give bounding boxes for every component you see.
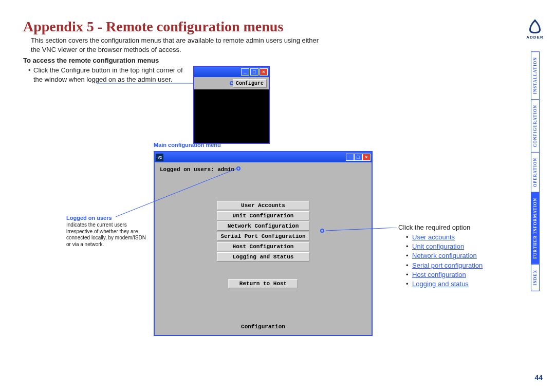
unit-configuration-button[interactable]: Unit Configuration: [217, 211, 309, 220]
adder-logo: ADDER: [526, 18, 544, 40]
page-title: Appendix 5 - Remote configuration menus: [23, 18, 283, 35]
access-instruction: • Click the Configure button in the top …: [33, 66, 188, 84]
link-serial-port-configuration[interactable]: Serial port configuration: [406, 261, 483, 270]
logged-on-users-text: Logged on users: admin: [160, 166, 234, 173]
sidebar-tab-further-information[interactable]: FURTHER INFORMATION: [531, 192, 540, 265]
link-network-configuration[interactable]: Network configuration: [406, 251, 483, 260]
minimize-icon[interactable]: _: [346, 154, 354, 161]
intro-text: This section covers the configuration me…: [31, 36, 319, 54]
remote-screen-area: [194, 89, 269, 143]
sidebar-tab-configuration[interactable]: CONFIGURATION: [531, 99, 540, 153]
sidebar-nav: INSTALLATION CONFIGURATION OPERATION FUR…: [531, 51, 542, 339]
option-link-list: User accounts Unit configuration Network…: [406, 233, 483, 289]
maximize-icon[interactable]: □: [354, 154, 362, 161]
close-icon[interactable]: ×: [260, 68, 268, 76]
maximize-icon[interactable]: □: [250, 68, 258, 76]
page-number: 44: [534, 374, 543, 382]
serial-port-configuration-button[interactable]: Serial Port Configuration: [217, 232, 309, 241]
adder-logo-text: ADDER: [526, 35, 544, 40]
link-logging-status[interactable]: Logging and status: [406, 279, 483, 289]
link-user-accounts[interactable]: User accounts: [406, 233, 483, 242]
link-host-configuration[interactable]: Host configuration: [406, 270, 483, 279]
logged-on-callout-heading: Logged on users: [66, 215, 112, 221]
link-unit-configuration[interactable]: Unit configuration: [406, 242, 483, 251]
small-titlebar: _ □ ×: [194, 67, 269, 77]
sidebar-tab-index[interactable]: INDEX: [531, 264, 540, 291]
click-option-lead: Click the required option: [398, 223, 470, 231]
host-configuration-button[interactable]: Host Configuration: [217, 242, 309, 251]
sidebar-tab-installation[interactable]: INSTALLATION: [531, 51, 540, 100]
access-heading: To access the remote configuration menus: [23, 57, 159, 64]
logged-on-callout-text: Indicates the current users irrespective…: [66, 222, 149, 248]
minimize-icon[interactable]: _: [241, 68, 249, 76]
svg-point-3: [534, 20, 536, 22]
close-icon[interactable]: ×: [362, 154, 371, 161]
callout-marker: [320, 229, 324, 233]
main-menu-caption: Main configuration menu: [154, 142, 221, 148]
vnc-icon: V2: [156, 154, 163, 161]
access-bullet-text: Click the Configure button in the top ri…: [33, 66, 183, 83]
configure-button[interactable]: Configure: [233, 79, 267, 88]
menu-button-stack: User Accounts Unit Configuration Network…: [212, 201, 314, 262]
small-vnc-window: _ □ × Configure: [193, 66, 270, 144]
return-to-host-button[interactable]: Return to Host: [229, 279, 298, 288]
sidebar-tab-operation[interactable]: OPERATION: [531, 152, 540, 193]
main-titlebar: V2 _ □ ×: [155, 152, 372, 162]
network-configuration-button[interactable]: Network Configuration: [217, 221, 309, 231]
callout-marker: [236, 166, 240, 171]
user-accounts-button[interactable]: User Accounts: [217, 201, 309, 210]
main-config-window: V2 _ □ × Logged on users: admin User Acc…: [154, 151, 373, 336]
logging-status-button[interactable]: Logging and Status: [217, 252, 309, 262]
configuration-footer-label: Configuration: [241, 324, 285, 330]
